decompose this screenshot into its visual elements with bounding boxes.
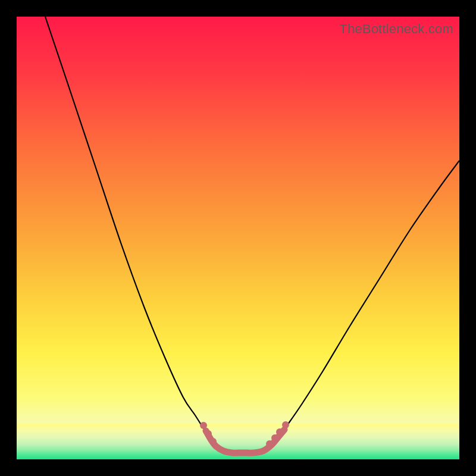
gradient-bottom-bands <box>17 424 459 459</box>
gradient-background <box>17 17 459 459</box>
plot-frame: TheBottleneck.com <box>17 17 459 459</box>
